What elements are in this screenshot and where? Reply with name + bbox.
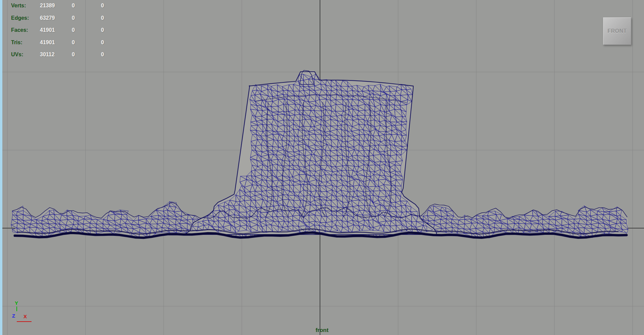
hud-stat-value: 0 (101, 27, 104, 33)
z-axis-label: Z (12, 313, 15, 319)
viewport-panel[interactable]: Verts: 21389 0 0 Edges: 63279 0 0 Faces:… (0, 0, 644, 335)
x-axis-label: X (23, 314, 27, 319)
hud-stat-label: Faces: (11, 27, 28, 33)
hud-stat-value: 0 (72, 52, 75, 58)
hud-stat-value: 0 (72, 40, 75, 46)
view-name-label: front (0, 327, 644, 334)
axis-gizmo: Y Z X (12, 300, 46, 330)
hud-stat-value: 0 (72, 15, 75, 21)
y-axis-line (16, 307, 17, 311)
hud-stat-label: UVs: (11, 52, 23, 58)
hud-stat-label: Edges: (11, 15, 29, 21)
hud-stat-value: 0 (72, 27, 75, 33)
hud-stat-value: 41901 (40, 27, 55, 33)
hud-stat-value: 63279 (40, 15, 55, 21)
hud-stat-label: Tris: (11, 40, 22, 46)
hud-stat-value: 0 (72, 3, 75, 9)
scene-canvas[interactable] (0, 0, 644, 335)
hud-stat-value: 0 (101, 15, 104, 21)
hud-stat-value: 0 (101, 3, 104, 9)
x-axis-line (17, 321, 32, 322)
hud-stat-value: 41901 (40, 40, 55, 46)
y-axis-label: Y (15, 300, 18, 306)
front-view-button[interactable]: FRONT (603, 17, 631, 45)
hud-stat-value: 30112 (40, 52, 55, 58)
hud-stat-value: 0 (101, 52, 104, 58)
panel-highlight-border (0, 0, 2, 335)
hud-stat-value: 0 (101, 40, 104, 46)
hud-stat-value: 21389 (40, 3, 55, 9)
hud-stat-label: Verts: (11, 3, 26, 9)
